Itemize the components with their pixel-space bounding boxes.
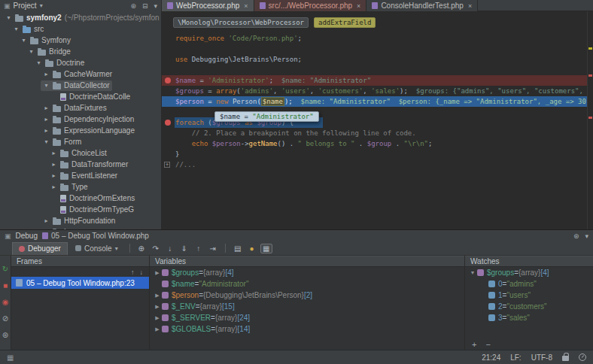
close-icon[interactable]: × [468, 2, 472, 10]
breakpoint-mark[interactable] [588, 74, 592, 77]
close-icon[interactable]: × [244, 2, 248, 10]
force-step-into-icon[interactable]: ⇓ [178, 244, 190, 253]
expand-icon[interactable]: ▶ [154, 270, 161, 276]
collapse-icon[interactable]: ▼ [469, 270, 476, 275]
debug-settings-icon[interactable]: ⊛ [2, 331, 8, 340]
settings-icon[interactable]: ⊛ [130, 2, 136, 10]
tree-expand-icon[interactable]: ▸ [43, 105, 50, 111]
tab-console[interactable]: Console ▾ [69, 242, 124, 255]
tree-collapse-icon[interactable]: ▾ [43, 82, 50, 89]
tree-item[interactable]: ▾Bridge [0, 46, 161, 57]
run-configuration[interactable]: 05 – Debug Tool Window.php [42, 232, 149, 240]
tree-item[interactable]: ▸CacheWarmer [0, 68, 161, 80]
editor-tab[interactable]: src/.../WebProcessor.php× [254, 0, 367, 11]
mute-breakpoints-icon[interactable]: ⊘ [2, 314, 8, 323]
step-out-icon[interactable]: ↑ [193, 244, 205, 253]
tree-collapse-icon[interactable]: ▾ [28, 48, 35, 55]
variable-row[interactable]: $name = "Administrator" [150, 278, 464, 290]
chevron-down-icon[interactable]: ▾ [40, 2, 43, 9]
tree-expand-icon[interactable]: ▸ [50, 184, 57, 190]
tree-item[interactable]: ▾DataCollector [0, 80, 161, 91]
watch-item-row[interactable]: 1 = "users" [465, 290, 593, 301]
breakpoint-mark[interactable] [588, 117, 592, 119]
breadcrumb-method[interactable]: addExtraField [314, 17, 376, 28]
hide-panel-icon[interactable]: ▾ [154, 2, 157, 10]
stop-icon[interactable]: ■ [3, 281, 8, 290]
tree-item[interactable]: ▸DependencyInjection [0, 114, 161, 125]
evaluate-expression-icon[interactable]: ● [246, 244, 258, 253]
hide-panel-icon[interactable]: ▾ [585, 232, 588, 240]
watch-item-row[interactable]: 0 = "admins" [465, 278, 593, 290]
breakpoint-icon[interactable] [165, 77, 171, 83]
caret-position[interactable]: 21:24 [482, 353, 500, 362]
step-into-icon[interactable]: ↓ [164, 244, 176, 253]
variable-row[interactable]: ▶$person = {Debugging\JetBrains\Person} … [150, 290, 464, 301]
line-ending[interactable]: LF: [510, 353, 521, 362]
expand-icon[interactable]: ▶ [154, 293, 161, 299]
tree-item[interactable]: DoctrineDataColle [0, 91, 161, 102]
tree-item[interactable]: ▾Doctrine [0, 57, 161, 68]
frame-up-icon[interactable]: ↑ [131, 268, 135, 276]
tree-item[interactable]: DoctrineOrmTypeG [0, 204, 161, 215]
tree-item[interactable]: ▸Type [0, 181, 161, 193]
breadcrumb-class[interactable]: \Monolog\Processor\WebProcessor [173, 17, 309, 28]
tree-expand-icon[interactable]: ▸ [43, 116, 50, 123]
watch-item-row[interactable]: 2 = "customers" [465, 301, 593, 312]
tree-item[interactable]: ▸ChoiceList [0, 147, 161, 159]
close-icon[interactable]: × [357, 2, 360, 10]
code-editor[interactable]: require_once 'Code/Person.php';use Debug… [162, 33, 587, 170]
watch-row[interactable]: ▼$groups = {array} [4] [465, 267, 593, 278]
tree-item[interactable]: ▸ExpressionLanguage [0, 125, 161, 136]
chevron-down-icon[interactable]: ▾ [115, 245, 118, 252]
warning-mark[interactable] [588, 47, 592, 50]
tree-item[interactable]: ▾Symfony [0, 35, 161, 46]
tree-item[interactable]: ▾Form [0, 136, 161, 147]
run-to-cursor-icon[interactable]: ⇥ [207, 244, 219, 253]
tree-item[interactable]: ▸DataTransformer [0, 159, 161, 170]
settings-icon[interactable]: ⊛ [573, 232, 579, 240]
add-watch-button[interactable]: + [472, 340, 476, 349]
frame-item[interactable]: 05 – Debug Tool Window.php:23 [11, 277, 149, 289]
lock-icon[interactable] [562, 356, 569, 361]
show-execution-point-icon[interactable]: ⊕ [135, 244, 147, 253]
tree-collapse-icon[interactable]: ▾ [13, 26, 20, 32]
watch-item-row[interactable]: 3 = "sales" [465, 312, 593, 323]
tab-debugger[interactable]: Debugger [12, 242, 68, 255]
editor-tab[interactable]: ConsoleHandlerTest.php× [366, 0, 478, 11]
collapse-all-icon[interactable]: ⊟ [142, 2, 148, 10]
tree-expand-icon[interactable]: ▸ [50, 150, 57, 156]
inspections-profile-icon[interactable] [579, 353, 586, 361]
tree-item[interactable]: ▸EventListener [0, 170, 161, 181]
tree-collapse-icon[interactable]: ▾ [5, 14, 12, 21]
editor-scrollbar[interactable] [587, 11, 593, 229]
tree-expand-icon[interactable]: ▸ [43, 217, 50, 224]
tree-item[interactable]: ▸DataFixtures [0, 102, 161, 114]
variable-row[interactable]: ▶$_SERVER = {array} [24] [150, 312, 464, 323]
editor-tab[interactable]: WebProcessor.php× [162, 0, 254, 11]
tree-expand-icon[interactable]: ▸ [50, 161, 57, 168]
fold-icon[interactable]: + [164, 162, 170, 168]
rerun-icon[interactable]: ↻ [2, 265, 8, 274]
tree-item[interactable]: ▸HttpFoundation [0, 215, 161, 226]
tree-item[interactable]: ▾symfony2 (~/PhpstormProjects/symfon [0, 12, 161, 23]
variable-row[interactable]: ▶$groups = {array} [4] [150, 267, 464, 278]
project-title[interactable]: Project [14, 2, 37, 10]
step-over-icon[interactable]: ↷ [150, 244, 162, 253]
expand-icon[interactable]: ▶ [154, 304, 161, 310]
remove-watch-button[interactable]: − [485, 340, 490, 349]
frame-down-icon[interactable]: ↓ [140, 268, 144, 276]
tree-collapse-icon[interactable]: ▾ [43, 138, 50, 145]
breakpoint-icon[interactable] [165, 120, 171, 126]
settings-toggle-icon[interactable]: ▦ [260, 244, 272, 253]
variable-row[interactable]: ▶$GLOBALS = {array} [14] [150, 323, 464, 335]
tree-item[interactable]: DoctrineOrmExtens [0, 193, 161, 204]
tree-collapse-icon[interactable]: ▾ [35, 59, 42, 66]
encoding[interactable]: UTF-8 [531, 353, 552, 362]
toolwindow-switcher-icon[interactable]: ▦ [7, 353, 14, 362]
expand-icon[interactable]: ▶ [154, 315, 161, 321]
tree-expand-icon[interactable]: ▸ [50, 172, 57, 179]
tree-item[interactable]: ▾src [0, 23, 161, 35]
tree-expand-icon[interactable]: ▸ [43, 71, 50, 77]
expand-icon[interactable]: ▶ [154, 326, 161, 332]
restore-layout-icon[interactable]: ▤ [232, 244, 244, 253]
